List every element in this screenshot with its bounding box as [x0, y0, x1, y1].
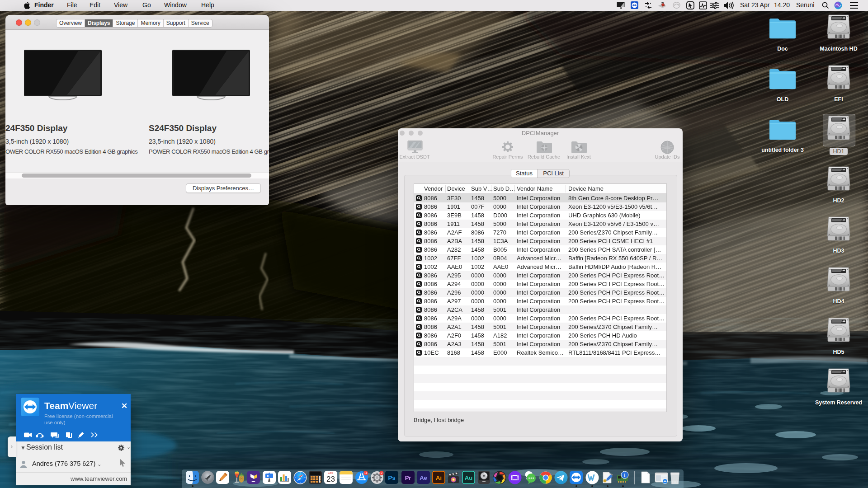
- svg-text:23: 23: [326, 475, 335, 483]
- svg-text:Ai: Ai: [436, 474, 442, 481]
- svg-text:i: i: [624, 473, 626, 478]
- svg-text:Au: Au: [465, 474, 472, 481]
- svg-text:11: 11: [364, 471, 368, 474]
- svg-text:Ps: Ps: [388, 474, 396, 481]
- svg-text:Ae: Ae: [420, 474, 427, 481]
- svg-text:APR: APR: [328, 472, 333, 474]
- svg-text:Pr: Pr: [405, 474, 411, 481]
- svg-text:2: 2: [381, 471, 382, 474]
